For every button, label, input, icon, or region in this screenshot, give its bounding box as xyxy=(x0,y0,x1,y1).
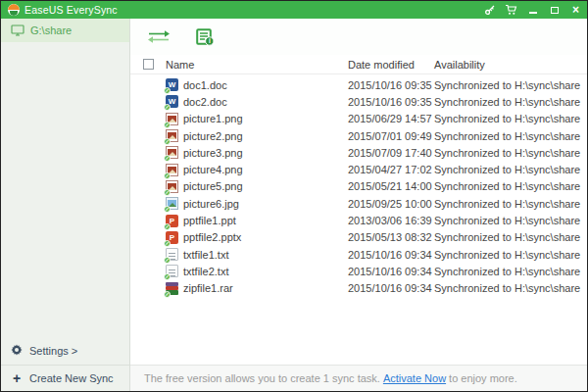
table-row[interactable]: W ✓ doc1.doc 2015/10/16 09:35 Synchroniz… xyxy=(130,76,587,93)
file-name: picture2.png xyxy=(183,130,243,142)
file-availability: Synchronized to H:\sync\share xyxy=(434,249,587,261)
table-row[interactable]: P ✓ pptfile1.ppt 2013/03/06 16:39 Synchr… xyxy=(130,212,587,228)
window-title: EaseUS EverySync xyxy=(24,4,118,16)
app-window: EaseUS EverySync × xyxy=(0,0,588,392)
file-date: 2015/07/01 09:49 xyxy=(348,130,434,142)
app-logo-icon xyxy=(8,4,20,16)
file-name: pptfile1.ppt xyxy=(183,215,236,226)
file-availability: Synchronized to H:\sync\share xyxy=(434,215,587,226)
file-availability: Synchronized to H:\sync\share xyxy=(434,180,587,192)
file-date: 2015/07/09 17:40 xyxy=(348,147,434,159)
file-name: pptfile2.pptx xyxy=(183,231,241,243)
file-availability: Synchronized to H:\sync\share xyxy=(434,266,587,277)
file-date: 2015/10/16 09:35 xyxy=(348,79,434,91)
file-name: picture5.png xyxy=(183,180,243,192)
file-availability: Synchronized to H:\sync\share xyxy=(434,282,587,294)
file-type-icon: ✓ xyxy=(166,248,178,261)
file-date: 2015/04/27 17:02 xyxy=(348,164,434,175)
file-name: picture4.png xyxy=(183,164,243,175)
sidebar: G:\share Settings > + Create New Sync xyxy=(1,19,130,391)
maximize-icon[interactable] xyxy=(548,4,561,17)
column-header-date[interactable]: Date modified xyxy=(348,59,434,71)
file-availability: Synchronized to H:\sync\share xyxy=(434,79,587,91)
footer-text-before: The free version allows you to create 1 … xyxy=(144,372,380,384)
file-date: 2015/09/25 10:00 xyxy=(348,198,434,210)
file-availability: Synchronized to H:\sync\share xyxy=(434,198,587,210)
column-header-availability[interactable]: Availability xyxy=(434,59,587,71)
file-availability: Synchronized to H:\sync\share xyxy=(434,130,587,142)
svg-text:i: i xyxy=(209,37,211,44)
settings-button[interactable]: Settings > xyxy=(1,337,129,365)
file-date: 2015/10/16 09:34 xyxy=(348,282,434,294)
synced-check-icon: ✓ xyxy=(164,223,171,230)
key-icon[interactable] xyxy=(483,4,496,17)
gear-icon xyxy=(11,344,23,358)
close-icon[interactable]: × xyxy=(569,4,582,17)
file-name: picture3.png xyxy=(183,147,243,159)
plus-icon: + xyxy=(11,373,23,383)
title-bar: EaseUS EverySync × xyxy=(1,1,587,19)
table-row[interactable]: ✓ picture1.png 2015/06/29 14:57 Synchron… xyxy=(130,111,587,127)
file-availability: Synchronized to H:\sync\share xyxy=(434,113,587,124)
toolbar: i xyxy=(130,19,587,55)
settings-label: Settings > xyxy=(29,345,77,357)
footer-text-after: to enjoy more. xyxy=(449,372,517,384)
table-row[interactable]: ✓ txtfile1.txt 2015/10/16 09:34 Synchron… xyxy=(130,246,587,263)
main-panel: i Name Date modified Availability W ✓ do… xyxy=(130,19,587,391)
file-availability: Synchronized to H:\sync\share xyxy=(434,231,587,243)
file-availability: Synchronized to H:\sync\share xyxy=(434,96,587,108)
create-new-sync-label: Create New Sync xyxy=(29,372,114,384)
sync-log-icon[interactable]: i xyxy=(196,28,215,46)
file-type-icon: ✓ xyxy=(166,113,178,125)
file-date: 2015/10/16 09:35 xyxy=(348,96,434,108)
file-type-icon: ✓ xyxy=(166,146,178,159)
file-type-icon: P ✓ xyxy=(166,231,178,244)
file-name: picture1.png xyxy=(183,113,243,124)
file-name: zipfile1.rar xyxy=(183,282,233,294)
table-row[interactable]: ✓ txtfile2.txt 2015/10/16 09:34 Synchron… xyxy=(130,263,587,279)
table-row[interactable]: ✓ picture6.jpg 2015/09/25 10:00 Synchron… xyxy=(130,195,587,212)
table-row[interactable]: ✓ picture2.png 2015/07/01 09:49 Synchron… xyxy=(130,127,587,144)
file-name: doc2.doc xyxy=(183,96,227,108)
file-date: 2015/05/13 08:32 xyxy=(348,231,434,243)
file-type-icon: ✓ xyxy=(166,197,178,210)
file-type-icon: P ✓ xyxy=(166,215,178,227)
cart-icon[interactable] xyxy=(505,4,517,17)
table-header: Name Date modified Availability xyxy=(130,55,587,74)
file-date: 2015/10/16 09:34 xyxy=(348,266,434,277)
synced-check-icon: ✓ xyxy=(164,122,171,128)
sidebar-item-sync-task[interactable]: G:\share xyxy=(1,19,129,42)
activate-now-link[interactable]: Activate Now xyxy=(383,372,446,384)
table-row[interactable]: ✓ picture4.png 2015/04/27 17:02 Synchron… xyxy=(130,161,587,177)
sync-arrows-icon[interactable] xyxy=(147,29,171,44)
monitor-icon xyxy=(11,24,24,36)
file-type-icon: ✓ xyxy=(166,129,178,142)
file-type-icon: W ✓ xyxy=(166,78,178,91)
sync-task-label: G:\share xyxy=(30,24,72,36)
file-date: 2015/06/29 14:57 xyxy=(348,113,434,124)
select-all-checkbox[interactable] xyxy=(143,59,154,70)
file-name: txtfile1.txt xyxy=(183,249,228,261)
file-type-icon: ✓ xyxy=(166,282,178,295)
table-row[interactable]: W ✓ doc2.doc 2015/10/16 09:35 Synchroniz… xyxy=(130,93,587,110)
file-date: 2013/03/06 16:39 xyxy=(348,215,434,226)
synced-check-icon: ✓ xyxy=(164,138,171,145)
column-header-name[interactable]: Name xyxy=(166,59,348,71)
minimize-icon[interactable] xyxy=(526,4,539,17)
file-date: 2015/10/16 09:34 xyxy=(348,249,434,261)
synced-check-icon: ✓ xyxy=(164,189,171,196)
create-new-sync-button[interactable]: + Create New Sync xyxy=(1,366,129,391)
synced-check-icon: ✓ xyxy=(164,240,171,247)
file-type-icon: ✓ xyxy=(166,180,178,193)
table-row[interactable]: ✓ picture5.png 2015/05/21 14:00 Synchron… xyxy=(130,178,587,195)
file-name: txtfile2.txt xyxy=(183,266,228,277)
file-name: doc1.doc xyxy=(183,79,227,91)
table-row[interactable]: P ✓ pptfile2.pptx 2015/05/13 08:32 Synch… xyxy=(130,229,587,246)
table-row[interactable]: ✓ picture3.png 2015/07/09 17:40 Synchron… xyxy=(130,144,587,161)
file-date: 2015/05/21 14:00 xyxy=(348,180,434,192)
file-type-icon: ✓ xyxy=(166,164,178,176)
synced-check-icon: ✓ xyxy=(164,172,171,179)
table-row[interactable]: ✓ zipfile1.rar 2015/10/16 09:34 Synchron… xyxy=(130,280,587,297)
file-availability: Synchronized to H:\sync\share xyxy=(434,164,587,175)
synced-check-icon: ✓ xyxy=(164,291,171,298)
